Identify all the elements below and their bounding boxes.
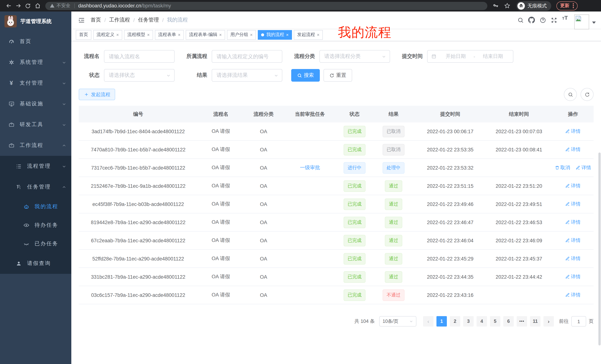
close-icon[interactable]: × [116,32,119,37]
breadcrumb-item-workflow[interactable]: 工作流程 [109,17,130,23]
detail-link[interactable]: 详情 [565,292,581,298]
page-button-3[interactable]: 3 [463,316,474,326]
table-search-button[interactable] [564,88,577,101]
cell-task [283,140,337,159]
password-key-icon[interactable] [492,3,499,9]
current-task-link[interactable]: 一级审批 [300,165,320,170]
tab-start-process[interactable]: 发起流程× [294,30,323,39]
filter-label-submit-time: 提交时间 [399,53,423,60]
browser-menu-icon[interactable] [573,3,574,9]
start-process-button[interactable]: ＋ 发起流程 [79,89,115,100]
incognito-badge[interactable]: 无痕模式 [516,1,551,10]
app-logo-row[interactable]: 芋道管理系统 [0,11,71,31]
detail-link[interactable]: 详情 [565,182,581,189]
sidebar-item-process-management[interactable]: 流程管理 [0,156,71,177]
bookmark-star-icon[interactable] [504,3,510,9]
sidebar-item-workflow[interactable]: 工作流程 [0,135,71,156]
page-button-5[interactable]: 5 [490,316,500,326]
tab-process-form[interactable]: 流程表单× [155,30,184,39]
detail-link[interactable]: 详情 [565,201,581,207]
github-icon[interactable] [526,14,537,26]
process-name-input[interactable] [104,50,175,63]
tab-process-form-edit[interactable]: 流程表单-编辑× [186,30,225,39]
breadcrumb-item-task-management[interactable]: 任务管理 [138,17,159,23]
breadcrumb-separator: / [162,17,164,23]
sidebar-item-home[interactable]: 首页 [0,31,71,52]
page-ellipsis[interactable]: ••• [517,316,527,326]
tab-home[interactable]: 首页 [76,30,91,39]
address-bar[interactable]: 不安全 dashboard.yudao.iocoder.cn/bpm/task/… [45,2,487,10]
avatar-caret-icon[interactable] [592,21,596,24]
tab-user-group[interactable]: 用户分组× [227,30,256,39]
close-icon[interactable]: × [317,32,320,37]
detail-link[interactable]: 详情 [565,146,581,153]
detail-link[interactable]: 详情 [565,219,581,226]
detail-link[interactable]: 详情 [565,237,581,244]
scrollbar-thumb[interactable] [598,153,601,345]
close-icon[interactable]: × [250,32,253,37]
submit-time-range-picker[interactable]: 开始日期 - 结束日期 [427,50,513,63]
browser-home-icon[interactable] [33,1,42,10]
page-button-1[interactable]: 1 [436,316,447,326]
sidebar-item-done-tasks[interactable]: 已办任务 [0,234,71,253]
col-header-id: 编号 [79,106,198,123]
tab-process-model[interactable]: 流程模型× [124,30,153,39]
sidebar-item-system[interactable]: 系统管理 [0,52,71,73]
sidebar-item-leave-query[interactable]: 请假查询 [0,253,71,274]
close-icon[interactable]: × [219,32,222,37]
hamburger-icon[interactable] [75,14,88,26]
cancel-link[interactable]: 取消 [555,164,570,171]
sidebar-item-task-management[interactable]: 任务管理 [0,177,71,197]
sidebar-item-infrastructure[interactable]: 基础设施 [0,94,71,114]
status-select[interactable]: 请选择状态 [104,69,175,82]
fullscreen-icon[interactable] [548,14,559,26]
sidebar-item-label: 支付管理 [20,80,62,86]
reset-button[interactable]: 重置 [323,69,352,82]
next-page-button[interactable]: › [543,316,554,326]
sidebar-item-payment[interactable]: ¥ 支付管理 [0,73,71,94]
browser-forward-icon[interactable] [13,1,23,10]
close-icon[interactable]: × [147,32,150,37]
detail-link[interactable]: 详情 [576,164,591,171]
breadcrumb-item-home[interactable]: 首页 [91,17,101,23]
security-label: 不安全 [56,3,70,9]
process-definition-input[interactable] [212,50,282,63]
result-select[interactable]: 请选择流结果 [212,69,282,82]
sidebar-item-dev-tools[interactable]: 研发工具 [0,114,71,135]
edit-icon [565,293,570,297]
close-icon[interactable]: × [286,32,289,37]
detail-link[interactable]: 详情 [565,273,581,280]
url-text[interactable]: dashboard.yudao.iocoder.cn/bpm/task/my [78,3,171,9]
end-date-placeholder[interactable]: 结束日期 [477,53,510,60]
tab-my-process[interactable]: 我的流程× [258,30,292,39]
cell-task [283,231,337,249]
page-button-4[interactable]: 4 [477,316,487,326]
browser-reload-icon[interactable] [23,1,33,10]
tab-process-definition[interactable]: 流程定义× [93,30,122,39]
font-size-icon[interactable]: TT [559,14,571,26]
goto-page-input[interactable] [571,316,586,326]
sidebar-item-my-process[interactable]: 我的流程 [0,197,71,216]
browser-update-button[interactable]: 更新 [556,1,577,10]
table-refresh-button[interactable] [581,88,594,101]
cell-category: OA [244,177,283,195]
sidebar-item-todo-tasks[interactable]: 待办任务 [0,216,71,234]
avatar[interactable] [574,14,589,29]
page-size-select[interactable]: 10条/页 [379,316,416,326]
category-select[interactable]: 请选择流程分类 [320,50,390,63]
browser-back-icon[interactable] [4,1,13,10]
close-icon[interactable]: × [178,32,180,37]
page-button-2[interactable]: 2 [450,316,460,326]
start-date-placeholder[interactable]: 开始日期 [440,53,472,60]
search-icon[interactable] [515,14,526,26]
help-icon[interactable] [537,14,548,26]
edit-icon [565,202,570,206]
not-secure-warning[interactable]: 不安全 [50,3,70,9]
prev-page-button[interactable]: ‹ [423,316,433,326]
page-button-6[interactable]: 6 [503,316,514,326]
page-button-11[interactable]: 11 [530,316,541,326]
filter-label-category: 流程分类 [291,53,315,60]
detail-link[interactable]: 详情 [565,128,581,135]
search-button[interactable]: 搜索 [291,69,320,82]
detail-link[interactable]: 详情 [565,255,581,262]
